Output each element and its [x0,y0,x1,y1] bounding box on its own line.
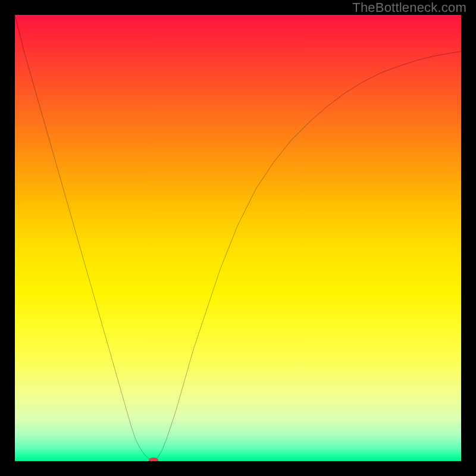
chart-frame: TheBottleneck.com [0,0,476,476]
optimal-point-marker [149,458,158,461]
bottleneck-curve [15,15,461,461]
plot-area [15,15,461,461]
watermark-text: TheBottleneck.com [352,0,466,15]
